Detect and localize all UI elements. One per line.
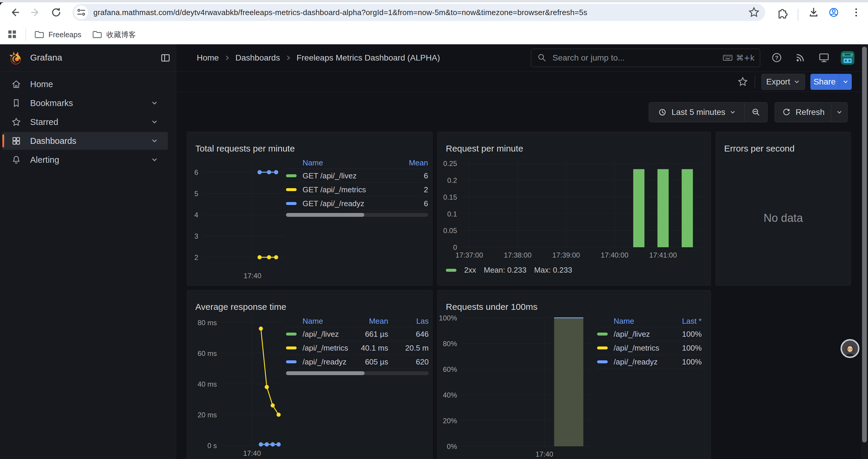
active-indicator-bar: [2, 134, 4, 147]
breadcrumb-dashboards[interactable]: Dashboards: [236, 53, 280, 63]
dock-sidebar-icon[interactable]: [159, 52, 172, 64]
legend-table: NameLast */api/_/livez100%/api/_/metrics…: [597, 316, 702, 369]
user-avatar[interactable]: [841, 51, 855, 65]
floating-assistant-avatar[interactable]: [840, 339, 860, 358]
grafana-logo-icon[interactable]: [9, 51, 23, 66]
sidebar-item-dashboards[interactable]: Dashboards: [2, 132, 168, 150]
svg-text:20 ms: 20 ms: [198, 411, 217, 419]
legend-series-name[interactable]: 2xx: [464, 266, 476, 275]
bookmark-label: Freeleaps: [49, 30, 81, 39]
bookmark-folder-blogs[interactable]: 收藏博客: [92, 28, 136, 41]
sidebar-item-alerting[interactable]: Alerting: [2, 151, 168, 169]
url-bar[interactable]: grafana.mathmast.com/d/deytv4rwavabkb/fr…: [72, 4, 765, 21]
legend-scrollbar[interactable]: [286, 371, 429, 375]
svg-text:0.15: 0.15: [443, 193, 457, 201]
sidebar-item-bookmarks[interactable]: Bookmarks: [2, 94, 168, 112]
legend-table-row[interactable]: /api/_/readyz100%: [597, 355, 702, 369]
browser-menu-icon[interactable]: [850, 6, 863, 19]
series-name: GET /api/_/livez: [303, 171, 401, 181]
legend-table-row[interactable]: /api/_/metrics100%: [597, 341, 702, 355]
column-header[interactable]: Mean: [357, 317, 388, 326]
legend-table-row[interactable]: /api/_/metrics40.1 ms20.5 m: [286, 341, 429, 355]
series-value: 100%: [666, 330, 702, 339]
legend-table: NameMeanLas/api/_/livez661 µs646/api/_/m…: [286, 316, 429, 375]
bookmark-label: 收藏博客: [106, 30, 136, 40]
time-range-picker[interactable]: Last 5 minutes: [649, 102, 744, 122]
svg-text:0.2: 0.2: [447, 176, 457, 184]
series-color-pill: [446, 269, 457, 272]
search-box[interactable]: ⌘+k: [531, 49, 760, 67]
chevron-down-icon[interactable]: [150, 118, 159, 126]
profile-icon[interactable]: [827, 6, 840, 19]
series-color-pill: [286, 188, 297, 191]
sidebar-item-home[interactable]: Home: [2, 75, 168, 93]
bookmark-star-icon[interactable]: [747, 6, 761, 19]
refresh-interval-dropdown[interactable]: [831, 102, 847, 122]
legend-table: NameMeanGET /api/_/livez6GET /api/_/metr…: [286, 157, 428, 217]
series-color-pill: [286, 333, 297, 335]
legend-table-row[interactable]: GET /api/_/livez6: [286, 169, 428, 183]
legend-table-row[interactable]: GET /api/_/metrics2: [286, 183, 428, 197]
search-input[interactable]: [552, 53, 722, 63]
chevron-down-icon[interactable]: [150, 155, 159, 164]
sidebar-item-label: Bookmarks: [30, 98, 73, 108]
panel-errors-per-second[interactable]: Errors per second No data: [716, 132, 851, 286]
legend-scrollbar[interactable]: [286, 213, 428, 217]
zoom-out-button[interactable]: [744, 102, 767, 122]
svg-text:5: 5: [194, 190, 198, 198]
export-button[interactable]: Export: [761, 74, 805, 90]
dashboards-grid-icon: [11, 135, 22, 146]
bookmarks-divider: [25, 28, 26, 41]
legend-mean: Mean: 0.233: [484, 266, 526, 275]
series-color-pill: [286, 174, 297, 177]
sidebar-header: Grafana: [0, 44, 176, 72]
chevron-down-icon[interactable]: [150, 99, 159, 107]
favorite-star-icon[interactable]: [737, 76, 749, 88]
legend-table-row[interactable]: /api/_/livez661 µs646: [286, 327, 429, 341]
panel-requests-under-100ms[interactable]: Requests under 100ms 100%80%60%40%20%0%1…: [437, 290, 711, 459]
share-button[interactable]: Share: [810, 74, 839, 90]
share-button-group: Share: [810, 74, 852, 90]
zoom-out-icon: [751, 107, 761, 118]
sidebar-item-label: Dashboards: [30, 136, 76, 146]
sidebar-item-starred[interactable]: Starred: [2, 113, 168, 131]
legend-table-row[interactable]: /api/_/livez100%: [597, 327, 702, 341]
svg-text:0.25: 0.25: [443, 160, 457, 167]
column-header[interactable]: Mean: [401, 158, 428, 167]
legend-table-row[interactable]: GET /api/_/readyz6: [286, 197, 428, 210]
legend-table-row[interactable]: /api/_/readyz605 µs620: [286, 355, 429, 369]
panel-total-requests[interactable]: Total requests per minute 6543217:40 Nam…: [187, 132, 433, 286]
download-icon[interactable]: [807, 6, 820, 19]
breadcrumb-home[interactable]: Home: [197, 53, 219, 63]
page-scrollbar-thumb[interactable]: [862, 47, 867, 442]
browser-reload-button[interactable]: [50, 6, 63, 19]
chart-legend[interactable]: 2xx Mean: 0.233 Max: 0.233: [446, 266, 572, 275]
bell-icon: [11, 154, 22, 165]
bookmark-folder-freeleaps[interactable]: Freeleaps: [34, 28, 81, 41]
url-text[interactable]: grafana.mathmast.com/d/deytv4rwavabkb/fr…: [93, 8, 747, 17]
series-name: /api/_/readyz: [303, 357, 357, 366]
kiosk-monitor-icon[interactable]: [818, 52, 830, 64]
panel-average-response-time[interactable]: Average response time 80 ms60 ms40 ms20 …: [187, 290, 433, 459]
svg-text:?: ?: [775, 55, 778, 61]
browser-back-button[interactable]: [8, 6, 21, 19]
series-color-pill: [597, 333, 608, 335]
series-value: 40.1 ms: [357, 343, 388, 353]
refresh-button[interactable]: Refresh: [775, 102, 831, 122]
series-name: /api/_/livez: [614, 330, 666, 339]
apps-grid-icon[interactable]: [6, 29, 18, 40]
browser-forward-button[interactable]: [29, 6, 42, 19]
help-icon[interactable]: ?: [771, 52, 783, 64]
extensions-icon[interactable]: [776, 6, 789, 19]
svg-text:2: 2: [194, 254, 198, 261]
share-dropdown-button[interactable]: [839, 74, 852, 90]
series-name: /api/_/metrics: [303, 343, 357, 353]
chevron-down-icon[interactable]: [150, 136, 159, 145]
search-shortcut: ⌘+k: [722, 53, 754, 63]
keyboard-icon: [722, 53, 733, 63]
column-header[interactable]: Las: [388, 317, 429, 326]
site-settings-icon[interactable]: [74, 6, 88, 19]
news-rss-icon[interactable]: [794, 52, 807, 64]
panel-request-per-minute[interactable]: Request per minute 0.250.20.150.10.05017…: [437, 132, 711, 286]
column-header[interactable]: Last *: [666, 317, 702, 326]
